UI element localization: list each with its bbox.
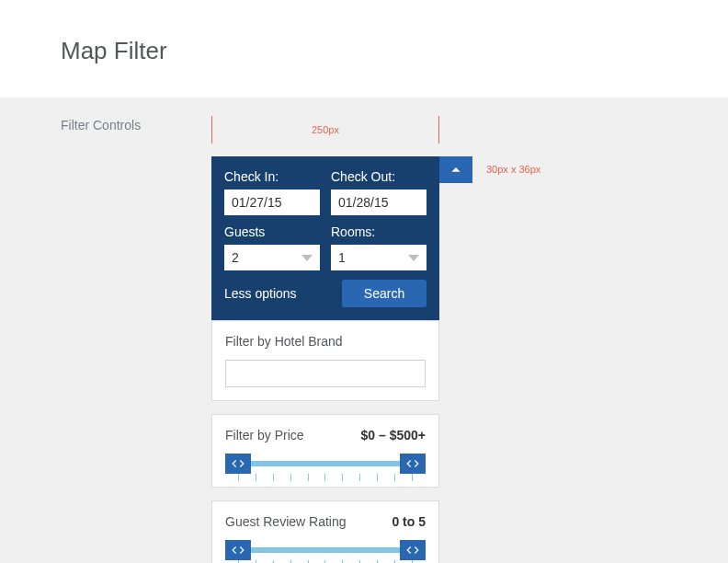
annotation-button-size: 30px x 36px: [486, 164, 540, 175]
rooms-label: Rooms:: [331, 224, 427, 239]
rating-slider-handle-max[interactable]: [400, 540, 426, 560]
rating-slider[interactable]: [225, 540, 426, 560]
search-box: Check In: Check Out: Guests 2 Rooms: 1: [211, 156, 439, 320]
guests-label: Guests: [224, 224, 320, 239]
annotation-panel-width: 250px: [211, 116, 439, 144]
page-header: Map Filter: [0, 0, 728, 98]
filter-brand-title: Filter by Hotel Brand: [225, 334, 343, 349]
page-title: Map Filter: [61, 37, 728, 65]
section-label: Filter Controls: [61, 118, 141, 132]
rating-slider-handle-min[interactable]: [225, 540, 251, 560]
checkin-label: Check In:: [224, 169, 320, 184]
caret-down-icon: [301, 255, 313, 261]
slider-grip-icon: [232, 545, 245, 556]
chevron-up-icon: [449, 164, 462, 177]
price-slider-handle-max[interactable]: [400, 454, 426, 474]
slider-grip-icon: [406, 545, 419, 556]
annotation-panel-width-text: 250px: [211, 124, 439, 135]
search-button[interactable]: Search: [342, 280, 427, 307]
slider-grip-icon: [406, 458, 419, 469]
filter-price-title: Filter by Price: [225, 428, 304, 442]
collapse-button[interactable]: [439, 156, 472, 183]
guests-select[interactable]: 2: [224, 245, 320, 270]
rooms-select[interactable]: 1: [331, 245, 427, 270]
guests-value: 2: [232, 250, 239, 265]
filter-rating-title: Guest Review Rating: [225, 514, 347, 529]
filter-price-card: Filter by Price $0 – $500+: [211, 414, 439, 488]
filter-brand-input[interactable]: [225, 360, 426, 387]
caret-down-icon: [408, 255, 419, 261]
filter-brand-card: Filter by Hotel Brand: [211, 320, 439, 401]
price-slider-handle-min[interactable]: [225, 454, 251, 474]
checkin-input[interactable]: [224, 190, 320, 215]
price-slider[interactable]: [225, 454, 426, 474]
less-options-link[interactable]: Less options: [224, 286, 297, 301]
filter-rating-card: Guest Review Rating 0 to 5: [211, 500, 439, 563]
slider-grip-icon: [232, 458, 245, 469]
filter-price-range: $0 – $500+: [361, 428, 426, 442]
rooms-value: 1: [338, 250, 346, 265]
checkout-label: Check Out:: [331, 169, 427, 184]
filter-panel: Check In: Check Out: Guests 2 Rooms: 1: [211, 156, 439, 563]
price-slider-ticks: [238, 474, 413, 481]
filter-rating-range: 0 to 5: [392, 514, 426, 529]
checkout-input[interactable]: [331, 190, 427, 215]
